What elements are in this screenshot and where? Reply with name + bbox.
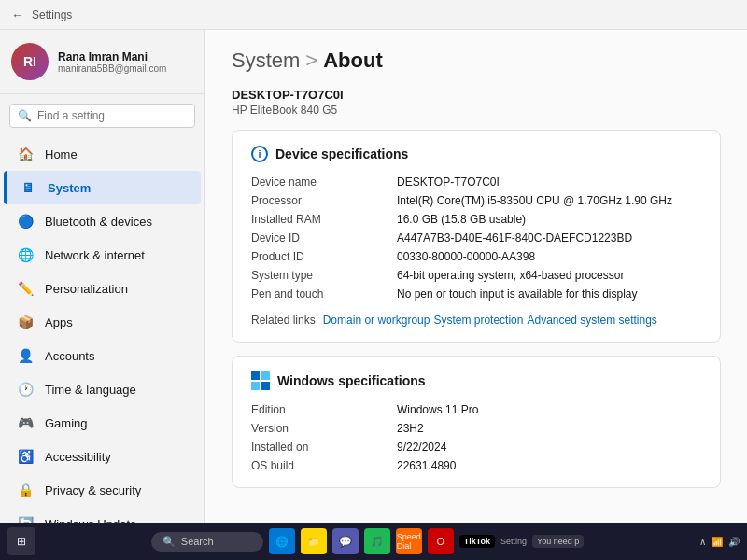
windows-specs-header: Windows specifications [251, 371, 701, 390]
device-specs-card: i Device specifications Device name DESK… [232, 130, 721, 343]
spec-label-product-id: Product ID [251, 250, 382, 263]
sidebar: RI Rana Imran Mani manirana5BB@gmail.com… [0, 30, 205, 523]
nav-update[interactable]: 🔄 Windows Update [4, 507, 201, 523]
device-header: DESKTOP-T7O7C0I HP EliteBook 840 G5 [232, 88, 721, 117]
nav-personalization[interactable]: ✏️ Personalization [4, 272, 201, 305]
spec-value-product-id: 00330-80000-00000-AA398 [397, 250, 701, 263]
spec-label-device-id: Device ID [251, 231, 382, 245]
home-icon: 🏠 [17, 146, 34, 162]
taskbar-app-music[interactable]: 🎵 [364, 528, 390, 554]
windows-specs-card: Windows specifications Edition Windows 1… [232, 356, 721, 488]
breadcrumb-about: About [323, 49, 383, 73]
device-name-title: DESKTOP-T7O7C0I [232, 88, 721, 102]
taskbar-app-settings[interactable]: Setting [500, 528, 527, 554]
link-domain[interactable]: Domain or workgroup [323, 314, 430, 327]
spec-value-processor: Intel(R) Core(TM) i5-8350U CPU @ 1.70GHz… [397, 194, 701, 207]
taskbar-left: ⊞ [7, 527, 35, 555]
taskbar-app-opera[interactable]: O [428, 528, 454, 554]
spec-value-edition: Windows 11 Pro [397, 403, 701, 416]
search-box[interactable]: 🔍 [9, 104, 195, 128]
gaming-icon: 🎮 [17, 414, 34, 431]
update-icon: 🔄 [17, 515, 34, 523]
link-advanced-system[interactable]: Advanced system settings [527, 314, 656, 327]
content-area: System > About DESKTOP-T7O7C0I HP EliteB… [205, 30, 747, 523]
network-icon: 🌐 [17, 246, 34, 263]
page-heading: System > About [232, 49, 721, 73]
taskbar-chevron-icon[interactable]: ∧ [699, 537, 706, 547]
breadcrumb-system: System [232, 49, 300, 73]
nav-gaming-label: Gaming [45, 416, 88, 430]
spec-label-installed-on: Installed on [251, 441, 382, 454]
app-title: Settings [32, 8, 72, 21]
device-specs-header: i Device specifications [251, 146, 701, 162]
windows-spec-table: Edition Windows 11 Pro Version 23H2 Inst… [251, 403, 701, 472]
taskbar-wifi-icon[interactable]: 📶 [712, 537, 723, 547]
system-icon: 🖥 [20, 179, 36, 196]
nav-bluetooth-label: Bluetooth & devices [45, 215, 152, 229]
spec-value-ram: 16.0 GB (15.8 GB usable) [397, 213, 701, 226]
taskbar-search-icon: 🔍 [162, 536, 176, 548]
nav-home-label: Home [45, 147, 78, 161]
nav-accessibility-label: Accessibility [45, 450, 111, 464]
breadcrumb-arrow: > [305, 49, 317, 73]
taskbar-app-speed-dial[interactable]: Speed Dial [396, 528, 422, 554]
spec-table: Device name DESKTOP-T7O7C0I Processor In… [251, 175, 701, 301]
nav-system-label: System [48, 181, 91, 195]
related-links-label: Related links [251, 314, 316, 327]
spec-label-device-name: Device name [251, 175, 382, 189]
apps-icon: 📦 [17, 314, 34, 330]
avatar: RI [11, 43, 49, 80]
taskbar-notification[interactable]: You need p [532, 535, 584, 548]
link-system-protection[interactable]: System protection [433, 314, 523, 327]
back-button[interactable]: ← [11, 7, 24, 22]
spec-label-ram: Installed RAM [251, 213, 382, 226]
taskbar-app-teams[interactable]: 💬 [332, 528, 359, 554]
nav-gaming[interactable]: 🎮 Gaming [4, 406, 201, 440]
taskbar-app-edge[interactable]: 🌐 [269, 528, 295, 554]
info-icon: i [251, 146, 268, 162]
nav-bluetooth[interactable]: 🔵 Bluetooth & devices [4, 204, 201, 238]
spec-value-installed-on: 9/22/2024 [397, 441, 701, 454]
nav-system[interactable]: 🖥 System [4, 171, 201, 204]
nav-home[interactable]: 🏠 Home [4, 137, 201, 171]
device-model: HP EliteBook 840 G5 [232, 104, 721, 117]
nav-network[interactable]: 🌐 Network & internet [4, 238, 201, 272]
nav-privacy[interactable]: 🔒 Privacy & security [4, 473, 201, 507]
taskbar-search[interactable]: 🔍 Search [151, 532, 263, 552]
search-icon: 🔍 [18, 109, 32, 122]
taskbar-center: 🔍 Search 🌐 📁 💬 🎵 Speed Dial O TikTok Set… [151, 528, 584, 554]
taskbar-search-label: Search [181, 536, 214, 547]
nav-time[interactable]: 🕐 Time & language [4, 372, 201, 406]
user-profile[interactable]: RI Rana Imran Mani manirana5BB@gmail.com [0, 30, 204, 94]
nav-time-label: Time & language [45, 383, 136, 397]
nav-privacy-label: Privacy & security [45, 483, 141, 497]
start-button[interactable]: ⊞ [7, 527, 35, 555]
taskbar-app-explorer[interactable]: 📁 [301, 528, 327, 554]
spec-label-pen-touch: Pen and touch [251, 287, 382, 301]
spec-value-device-name: DESKTOP-T7O7C0I [397, 175, 701, 189]
user-email: manirana5BB@gmail.com [58, 63, 166, 74]
nav-accounts-label: Accounts [45, 349, 94, 363]
nav-network-label: Network & internet [45, 248, 145, 262]
title-bar: ← Settings [0, 0, 747, 30]
windows-specs-title: Windows specifications [277, 373, 426, 388]
nav-accounts[interactable]: 👤 Accounts [4, 339, 201, 372]
taskbar-volume-icon[interactable]: 🔊 [728, 537, 740, 547]
windows-logo-icon [251, 371, 270, 390]
spec-value-device-id: A447A7B3-D40E-461F-840C-DAEFCD1223BD [397, 231, 701, 245]
taskbar-app-tiktok[interactable]: TikTok [459, 535, 495, 548]
main-layout: RI Rana Imran Mani manirana5BB@gmail.com… [0, 30, 747, 523]
search-input[interactable] [37, 109, 187, 122]
nav-apps-label: Apps [45, 315, 73, 329]
spec-label-version: Version [251, 422, 382, 435]
nav-apps[interactable]: 📦 Apps [4, 305, 201, 339]
user-info: Rana Imran Mani manirana5BB@gmail.com [58, 50, 166, 74]
accessibility-icon: ♿ [17, 448, 34, 465]
spec-value-system-type: 64-bit operating system, x64-based proce… [397, 269, 701, 282]
device-specs-title: Device specifications [275, 147, 408, 161]
nav-personalization-label: Personalization [45, 282, 128, 296]
personalization-icon: ✏️ [17, 280, 34, 297]
nav-accessibility[interactable]: ♿ Accessibility [4, 440, 201, 473]
spec-value-pen-touch: No pen or touch input is available for t… [397, 287, 701, 301]
spec-label-os-build: OS build [251, 459, 382, 472]
